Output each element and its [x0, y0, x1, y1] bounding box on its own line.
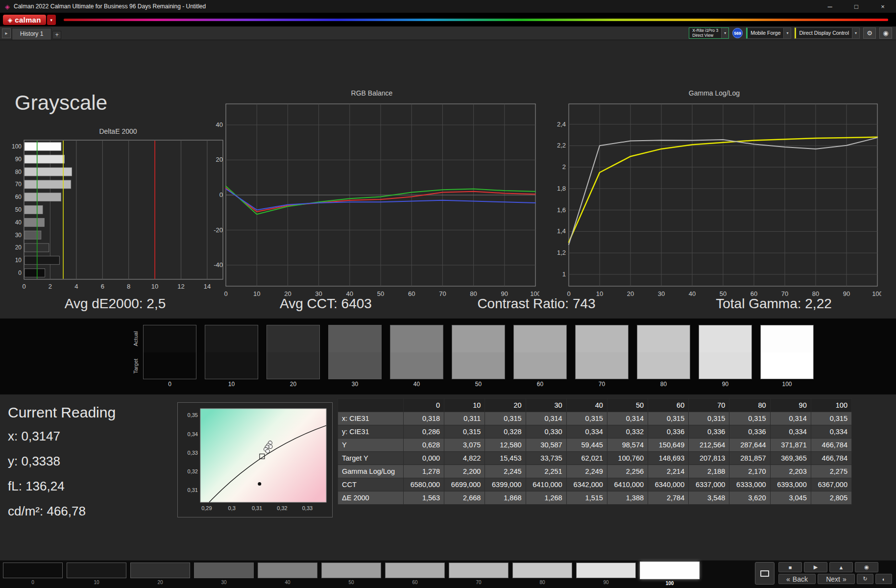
patch-cell: 30 — [194, 563, 254, 586]
table-cell: 1,868 — [485, 491, 526, 505]
pattern-patch-20[interactable] — [130, 563, 190, 578]
minimize-button[interactable]: ─ — [817, 0, 843, 13]
grayscale-swatch-30: 30 — [328, 325, 382, 388]
table-cell: 100,760 — [607, 452, 648, 465]
next-button[interactable]: Next » — [818, 574, 855, 584]
stats-row: Avg dE2000: 2,5 Avg CCT: 6403 Contrast R… — [0, 296, 896, 312]
table-cell: 148,693 — [648, 452, 689, 465]
svg-text:2: 2 — [562, 163, 566, 171]
patch-level-label: 30 — [194, 580, 254, 585]
cie-chart: 0,290,30,310,320,330,310,320,330,340,35 — [177, 402, 333, 517]
display-pattern-button[interactable] — [755, 562, 775, 585]
table-cell: 0,315 — [648, 412, 689, 425]
table-cell: 6399,000 — [485, 478, 526, 491]
grayscale-swatch-60: 60 — [513, 325, 567, 388]
meter-dropdown[interactable]: X-Rite i1Pro 3 Direct View ▾ — [689, 27, 729, 39]
pattern-patch-80[interactable] — [512, 563, 572, 578]
tab-history-1[interactable]: History 1 — [12, 28, 51, 40]
table-row-label: Gamma Log/Log — [338, 465, 404, 478]
table-row: Gamma Log/Log1,2782,2002,2452,2512,2492,… — [338, 465, 852, 478]
grayscale-swatch-70: 70 — [575, 325, 629, 388]
table-cell: 2,668 — [444, 491, 485, 505]
gamma-chart-plot: 010203040506070809010011,21,41,61,822,22… — [547, 100, 881, 301]
calman-menu-arrow[interactable]: ▾ — [47, 15, 56, 25]
pattern-patch-100[interactable] — [640, 562, 700, 579]
add-tab-button[interactable]: + — [52, 31, 61, 39]
contrast-button[interactable]: ◐ — [875, 574, 892, 584]
table-cell: 0,330 — [526, 425, 566, 439]
patch-level-label: 20 — [130, 580, 190, 585]
chevron-right-icon: » — [843, 575, 847, 583]
swatch-target — [761, 352, 813, 379]
table-cell: 0,000 — [404, 452, 444, 465]
table-cell: 1,515 — [566, 491, 607, 505]
record-button[interactable]: ◉ — [855, 562, 878, 572]
source-dropdown[interactable]: Mobile Forge ▾ — [746, 27, 791, 39]
patch-cell: 10 — [67, 563, 126, 586]
table-row: x: CIE310,3180,3110,3150,3140,3150,3140,… — [338, 412, 852, 425]
rgb-balance-chart-plot: 0102030405060708090100-40-2002040 — [204, 100, 539, 301]
table-cell: 3,620 — [729, 491, 770, 505]
svg-text:0,3: 0,3 — [228, 505, 236, 511]
swatch-level-label: 0 — [143, 381, 196, 388]
target-button[interactable]: ◉ — [879, 27, 892, 39]
calman-logo-text: calman — [15, 16, 41, 24]
pattern-patch-10[interactable] — [67, 563, 126, 578]
pattern-patch-60[interactable] — [385, 563, 445, 578]
swatch-tile — [328, 325, 382, 379]
swatch-level-label: 20 — [266, 381, 320, 388]
swatch-actual — [576, 325, 628, 352]
pattern-patch-40[interactable] — [258, 563, 317, 578]
stop-button[interactable]: ■ — [778, 562, 802, 572]
table-cell: 0,286 — [404, 425, 444, 439]
table-cell: 2,784 — [648, 491, 689, 505]
pattern-patch-90[interactable] — [576, 563, 636, 578]
rgb-balance-chart-title: RGB Balance — [204, 89, 539, 100]
pattern-patch-50[interactable] — [321, 563, 381, 578]
chevron-down-icon: ▾ — [721, 28, 728, 38]
svg-text:4: 4 — [74, 283, 78, 290]
play-button[interactable]: ▶ — [804, 562, 827, 572]
svg-text:70: 70 — [15, 181, 22, 188]
patch-level-label: 10 — [67, 580, 126, 585]
svg-text:0: 0 — [219, 191, 223, 198]
grayscale-swatch-80: 80 — [637, 325, 690, 388]
svg-text:10: 10 — [151, 283, 158, 290]
settings-button[interactable]: ⚙ — [863, 27, 876, 39]
eject-button[interactable]: ▲ — [829, 562, 853, 572]
swatch-level-label: 90 — [699, 381, 752, 388]
swatch-tile — [452, 325, 505, 379]
window-title: Calman 2022 Calman Ultimate for Business… — [14, 3, 206, 10]
pattern-patch-30[interactable] — [194, 563, 254, 578]
calman-menu-button[interactable]: ◈ calman — [3, 15, 46, 25]
tab-scroll-button[interactable]: ▸ — [2, 28, 11, 38]
swatch-tile — [390, 325, 443, 379]
rainbow-bar — [64, 19, 888, 21]
table-cell: 6337,000 — [689, 478, 729, 491]
table-cell: 0,334 — [566, 425, 607, 439]
deltae-chart-plot: 024681012141009080706050403020100 — [5, 138, 230, 293]
svg-text:20: 20 — [15, 244, 22, 251]
pattern-patch-0[interactable] — [3, 563, 63, 578]
bottom-bar: 0102030405060708090100 ■ ▶ ▲ ◉ — [0, 560, 896, 588]
close-button[interactable]: × — [870, 0, 896, 13]
stat-avg-de2000: Avg dE2000: 2,5 — [0, 296, 230, 312]
loop-button[interactable]: ↻ — [857, 574, 873, 584]
maximize-button[interactable]: □ — [843, 0, 870, 13]
meter-dropdown-label: X-Rite i1Pro 3 Direct View — [689, 28, 721, 38]
back-button[interactable]: « Back — [778, 574, 816, 584]
swatch-level-label: 50 — [452, 381, 505, 388]
target-icon: ◉ — [883, 29, 888, 37]
pattern-patch-70[interactable] — [449, 563, 509, 578]
patch-cell: 80 — [512, 563, 572, 586]
table-cell: 6580,000 — [404, 478, 444, 491]
tab-strip: ▸ History 1 + — [0, 26, 61, 40]
swatch-level-label: 10 — [205, 381, 258, 388]
patch-cell: 0 — [3, 563, 63, 586]
reading-cdm2: cd/m²: 466,78 — [8, 504, 116, 519]
display-dropdown[interactable]: Direct Display Control ▾ — [795, 27, 860, 39]
swatch-target — [144, 352, 196, 379]
table-col-header: 60 — [648, 399, 689, 412]
table-cell: 287,644 — [729, 439, 770, 452]
swatch-target — [514, 352, 566, 379]
